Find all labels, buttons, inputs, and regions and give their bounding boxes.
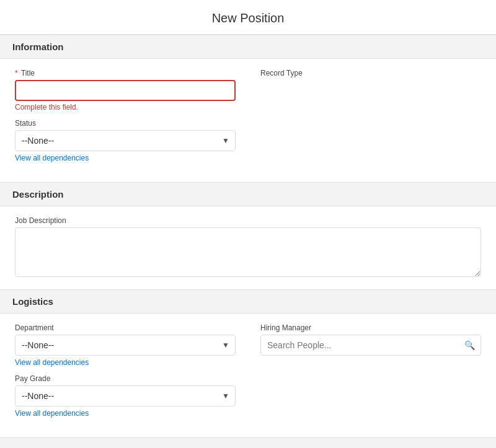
department-label: Department [15, 323, 236, 332]
status-view-dependencies-link[interactable]: View all dependencies [15, 154, 236, 162]
title-input[interactable] [15, 80, 236, 101]
title-group: * Title Complete this field. [15, 69, 236, 112]
title-required: * [15, 69, 18, 77]
hiring-manager-label: Hiring Manager [260, 323, 481, 332]
record-type-group: Record Type [260, 69, 481, 112]
footer: Cancel Save & New Save [0, 437, 496, 448]
department-select-wrapper: --None-- ▼ [15, 335, 236, 356]
information-section: Information * Title Complete this field.… [0, 35, 496, 182]
status-select-wrapper: --None-- ▼ [15, 130, 236, 151]
hiring-manager-search-wrapper: 🔍 [260, 335, 481, 356]
page-title: New Position [0, 0, 496, 35]
pay-grade-select-wrapper: --None-- ▼ [15, 385, 236, 406]
status-row-right [260, 119, 481, 162]
hiring-manager-group: Hiring Manager 🔍 [260, 323, 481, 367]
job-description-label: Job Description [15, 216, 481, 225]
description-section-header: Description [0, 182, 496, 206]
record-type-label: Record Type [260, 69, 481, 77]
information-section-header: Information [0, 35, 496, 59]
status-group: Status --None-- ▼ View all dependencies [15, 119, 236, 162]
pay-grade-row-right [260, 374, 481, 418]
pay-grade-group: Pay Grade --None-- ▼ View all dependenci… [15, 374, 236, 418]
logistics-section: Logistics Department --None-- ▼ View all… [0, 289, 496, 437]
description-section: Description Job Description [0, 182, 496, 289]
title-label: * Title [15, 69, 236, 77]
pay-grade-select[interactable]: --None-- [15, 385, 236, 406]
job-description-group: Job Description [15, 216, 481, 277]
pay-grade-label: Pay Grade [15, 374, 236, 383]
job-description-textarea[interactable] [15, 227, 481, 277]
information-section-body: * Title Complete this field. Record Type… [0, 59, 496, 182]
pay-grade-row: Pay Grade --None-- ▼ View all dependenci… [15, 374, 481, 418]
description-section-body: Job Description [0, 206, 496, 289]
logistics-section-body: Department --None-- ▼ View all dependenc… [0, 314, 496, 437]
page-container: New Position Information * Title Complet… [0, 0, 496, 448]
status-row: Status --None-- ▼ View all dependencies [15, 119, 481, 162]
status-label: Status [15, 119, 236, 128]
title-error-message: Complete this field. [15, 103, 236, 112]
logistics-section-header: Logistics [0, 289, 496, 314]
department-group: Department --None-- ▼ View all dependenc… [15, 323, 236, 367]
hiring-manager-input[interactable] [260, 335, 481, 356]
department-hiring-row: Department --None-- ▼ View all dependenc… [15, 323, 481, 367]
title-row: * Title Complete this field. Record Type [15, 69, 481, 112]
department-select[interactable]: --None-- [15, 335, 236, 356]
pay-grade-view-dependencies-link[interactable]: View all dependencies [15, 409, 236, 418]
status-select[interactable]: --None-- [15, 130, 236, 151]
department-view-dependencies-link[interactable]: View all dependencies [15, 358, 236, 367]
